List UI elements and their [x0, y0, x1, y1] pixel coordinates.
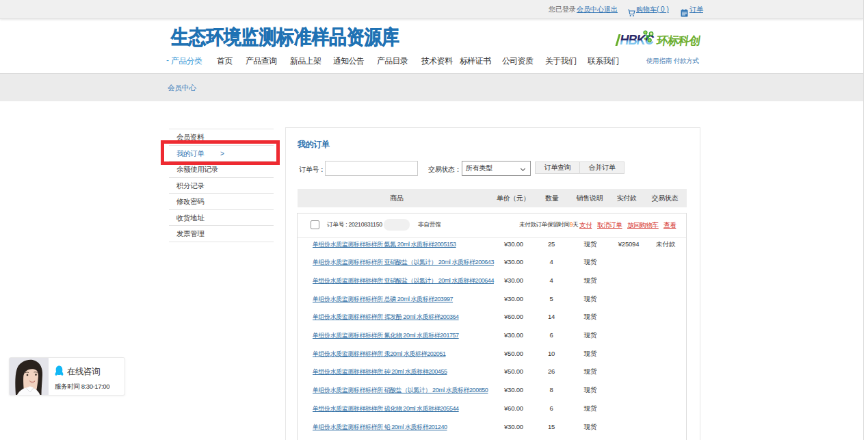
svg-text:环标科创: 环标科创: [655, 35, 702, 48]
